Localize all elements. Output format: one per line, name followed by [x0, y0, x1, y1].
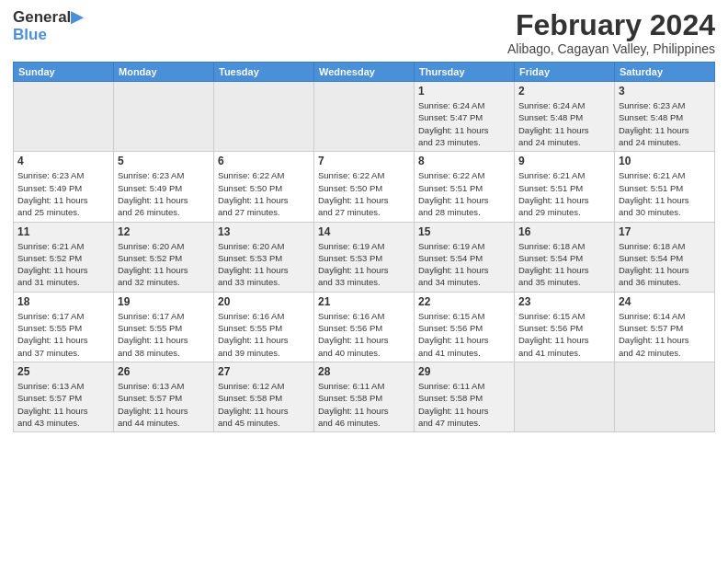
day-number: 10: [619, 155, 711, 167]
title-area: February 2024 Alibago, Cagayan Valley, P…: [507, 9, 715, 56]
col-tuesday: Tuesday: [214, 63, 314, 82]
day-detail: Sunrise: 6:20 AM Sunset: 5:52 PM Dayligh…: [118, 240, 210, 289]
day-detail: Sunrise: 6:18 AM Sunset: 5:54 PM Dayligh…: [518, 240, 610, 289]
day-detail: Sunrise: 6:19 AM Sunset: 5:53 PM Dayligh…: [318, 240, 410, 289]
day-detail: Sunrise: 6:21 AM Sunset: 5:51 PM Dayligh…: [518, 169, 610, 218]
day-number: 17: [619, 225, 711, 238]
calendar-cell: 28Sunrise: 6:11 AM Sunset: 5:58 PM Dayli…: [314, 362, 415, 431]
location-subtitle: Alibago, Cagayan Valley, Philippines: [507, 41, 715, 56]
day-detail: Sunrise: 6:22 AM Sunset: 5:50 PM Dayligh…: [318, 169, 410, 218]
day-number: 24: [619, 295, 711, 308]
day-detail: Sunrise: 6:22 AM Sunset: 5:50 PM Dayligh…: [218, 169, 310, 218]
day-number: 28: [318, 365, 410, 378]
day-number: 16: [518, 225, 610, 238]
calendar-cell: 16Sunrise: 6:18 AM Sunset: 5:54 PM Dayli…: [515, 222, 615, 292]
calendar-cell: 7Sunrise: 6:22 AM Sunset: 5:50 PM Daylig…: [314, 152, 415, 222]
day-detail: Sunrise: 6:19 AM Sunset: 5:54 PM Dayligh…: [418, 240, 510, 289]
day-number: 8: [418, 155, 510, 167]
day-number: 13: [218, 225, 310, 238]
day-number: 27: [218, 365, 310, 378]
day-number: 23: [518, 295, 610, 308]
day-detail: Sunrise: 6:16 AM Sunset: 5:56 PM Dayligh…: [318, 310, 410, 359]
calendar-week-row: 1Sunrise: 6:24 AM Sunset: 5:47 PM Daylig…: [14, 82, 715, 152]
calendar-cell: 15Sunrise: 6:19 AM Sunset: 5:54 PM Dayli…: [415, 222, 515, 292]
calendar-cell: 29Sunrise: 6:11 AM Sunset: 5:58 PM Dayli…: [415, 362, 515, 431]
day-detail: Sunrise: 6:18 AM Sunset: 5:54 PM Dayligh…: [619, 240, 711, 289]
logo: General▶ Blue: [13, 9, 83, 43]
day-detail: Sunrise: 6:22 AM Sunset: 5:51 PM Dayligh…: [418, 169, 510, 218]
day-number: 3: [619, 85, 711, 98]
calendar-cell: [515, 362, 615, 431]
calendar-cell: 18Sunrise: 6:17 AM Sunset: 5:55 PM Dayli…: [14, 292, 114, 362]
col-sunday: Sunday: [14, 63, 114, 82]
col-wednesday: Wednesday: [314, 63, 415, 82]
calendar-cell: 23Sunrise: 6:15 AM Sunset: 5:56 PM Dayli…: [515, 292, 615, 362]
day-number: 11: [17, 225, 109, 238]
day-detail: Sunrise: 6:21 AM Sunset: 5:52 PM Dayligh…: [17, 240, 109, 289]
calendar-cell: [615, 362, 715, 431]
calendar-cell: 8Sunrise: 6:22 AM Sunset: 5:51 PM Daylig…: [415, 152, 515, 222]
calendar-cell: 5Sunrise: 6:23 AM Sunset: 5:49 PM Daylig…: [114, 152, 214, 222]
day-detail: Sunrise: 6:24 AM Sunset: 5:48 PM Dayligh…: [518, 99, 610, 148]
calendar-week-row: 18Sunrise: 6:17 AM Sunset: 5:55 PM Dayli…: [14, 292, 715, 362]
calendar-cell: 12Sunrise: 6:20 AM Sunset: 5:52 PM Dayli…: [114, 222, 214, 292]
day-number: 7: [318, 155, 410, 167]
calendar-cell: 4Sunrise: 6:23 AM Sunset: 5:49 PM Daylig…: [14, 152, 114, 222]
day-number: 9: [518, 155, 610, 167]
calendar-cell: 3Sunrise: 6:23 AM Sunset: 5:48 PM Daylig…: [615, 82, 715, 152]
day-detail: Sunrise: 6:12 AM Sunset: 5:58 PM Dayligh…: [218, 380, 310, 429]
day-detail: Sunrise: 6:17 AM Sunset: 5:55 PM Dayligh…: [118, 310, 210, 359]
calendar-header-row: Sunday Monday Tuesday Wednesday Thursday…: [14, 63, 715, 82]
day-detail: Sunrise: 6:24 AM Sunset: 5:47 PM Dayligh…: [418, 99, 510, 148]
calendar-cell: 20Sunrise: 6:16 AM Sunset: 5:55 PM Dayli…: [214, 292, 314, 362]
day-detail: Sunrise: 6:13 AM Sunset: 5:57 PM Dayligh…: [118, 380, 210, 429]
day-detail: Sunrise: 6:20 AM Sunset: 5:53 PM Dayligh…: [218, 240, 310, 289]
calendar-cell: 13Sunrise: 6:20 AM Sunset: 5:53 PM Dayli…: [214, 222, 314, 292]
day-detail: Sunrise: 6:16 AM Sunset: 5:55 PM Dayligh…: [218, 310, 310, 359]
day-detail: Sunrise: 6:21 AM Sunset: 5:51 PM Dayligh…: [619, 169, 711, 218]
day-number: 26: [118, 365, 210, 378]
day-number: 1: [418, 85, 510, 98]
calendar-cell: 9Sunrise: 6:21 AM Sunset: 5:51 PM Daylig…: [515, 152, 615, 222]
day-detail: Sunrise: 6:23 AM Sunset: 5:49 PM Dayligh…: [17, 169, 109, 218]
day-detail: Sunrise: 6:14 AM Sunset: 5:57 PM Dayligh…: [619, 310, 711, 359]
calendar-cell: [314, 82, 415, 152]
calendar-cell: 14Sunrise: 6:19 AM Sunset: 5:53 PM Dayli…: [314, 222, 415, 292]
day-detail: Sunrise: 6:23 AM Sunset: 5:48 PM Dayligh…: [619, 99, 711, 148]
calendar-cell: [14, 82, 114, 152]
col-saturday: Saturday: [615, 63, 715, 82]
calendar-cell: 11Sunrise: 6:21 AM Sunset: 5:52 PM Dayli…: [14, 222, 114, 292]
day-number: 29: [418, 365, 510, 378]
day-number: 5: [118, 155, 210, 167]
day-detail: Sunrise: 6:17 AM Sunset: 5:55 PM Dayligh…: [17, 310, 109, 359]
page: General▶ Blue February 2024 Alibago, Cag…: [0, 0, 728, 563]
day-number: 18: [17, 295, 109, 308]
col-monday: Monday: [114, 63, 214, 82]
day-detail: Sunrise: 6:15 AM Sunset: 5:56 PM Dayligh…: [418, 310, 510, 359]
calendar-cell: 10Sunrise: 6:21 AM Sunset: 5:51 PM Dayli…: [615, 152, 715, 222]
calendar-cell: 26Sunrise: 6:13 AM Sunset: 5:57 PM Dayli…: [114, 362, 214, 431]
day-number: 20: [218, 295, 310, 308]
day-number: 2: [518, 85, 610, 98]
calendar-cell: 6Sunrise: 6:22 AM Sunset: 5:50 PM Daylig…: [214, 152, 314, 222]
day-number: 6: [218, 155, 310, 167]
calendar-cell: 25Sunrise: 6:13 AM Sunset: 5:57 PM Dayli…: [14, 362, 114, 431]
calendar-week-row: 25Sunrise: 6:13 AM Sunset: 5:57 PM Dayli…: [14, 362, 715, 431]
calendar-cell: 22Sunrise: 6:15 AM Sunset: 5:56 PM Dayli…: [415, 292, 515, 362]
header: General▶ Blue February 2024 Alibago, Cag…: [13, 9, 715, 56]
day-number: 25: [17, 365, 109, 378]
day-detail: Sunrise: 6:11 AM Sunset: 5:58 PM Dayligh…: [318, 380, 410, 429]
day-number: 19: [118, 295, 210, 308]
calendar-cell: 19Sunrise: 6:17 AM Sunset: 5:55 PM Dayli…: [114, 292, 214, 362]
calendar-cell: 1Sunrise: 6:24 AM Sunset: 5:47 PM Daylig…: [415, 82, 515, 152]
day-number: 12: [118, 225, 210, 238]
day-detail: Sunrise: 6:15 AM Sunset: 5:56 PM Dayligh…: [518, 310, 610, 359]
calendar-cell: 2Sunrise: 6:24 AM Sunset: 5:48 PM Daylig…: [515, 82, 615, 152]
calendar-cell: 21Sunrise: 6:16 AM Sunset: 5:56 PM Dayli…: [314, 292, 415, 362]
day-detail: Sunrise: 6:13 AM Sunset: 5:57 PM Dayligh…: [17, 380, 109, 429]
calendar-cell: [114, 82, 214, 152]
month-year-title: February 2024: [507, 9, 715, 41]
day-number: 4: [17, 155, 109, 167]
day-number: 15: [418, 225, 510, 238]
day-number: 14: [318, 225, 410, 238]
